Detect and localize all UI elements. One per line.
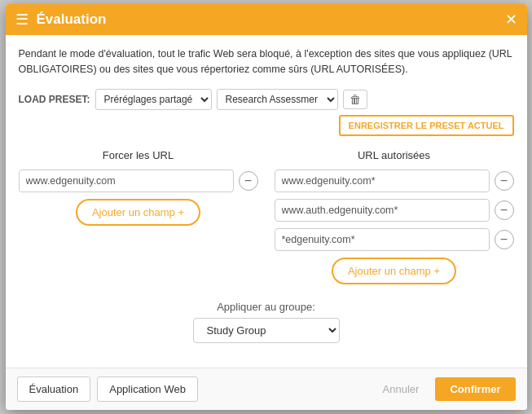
load-preset-label: LOAD PRESET: <box>19 94 90 105</box>
group-section: Appliquer au groupe: Study Group <box>19 301 514 343</box>
preset-select-2[interactable]: Research Assessmer <box>217 89 338 110</box>
description-text: Pendant le mode d'évaluation, tout le tr… <box>19 46 514 77</box>
authorised-url-column: URL autorisées − − − Ajouter un champ + <box>275 149 514 284</box>
modal-footer: Évaluation Application Web Annuler Confi… <box>6 368 527 410</box>
footer-tab-evaluation[interactable]: Évaluation <box>17 377 91 402</box>
forcer-url-field-row-1: − <box>19 170 258 192</box>
menu-icon[interactable]: ☰ <box>15 11 29 29</box>
auth-remove-button-2[interactable]: − <box>495 200 514 220</box>
save-preset-button[interactable]: ENREGISTRER LE PRESET ACTUEL <box>339 115 514 136</box>
load-preset-row: LOAD PRESET: Préréglages partagé Researc… <box>19 89 514 136</box>
group-select[interactable]: Study Group <box>193 318 340 343</box>
auth-url-input-2[interactable] <box>275 199 490 222</box>
modal-header: ☰ Évaluation ✕ <box>6 4 527 35</box>
auth-url-field-row-3: − <box>275 228 514 251</box>
group-label: Appliquer au groupe: <box>19 301 514 313</box>
auth-remove-button-3[interactable]: − <box>495 230 514 249</box>
modal-body: Pendant le mode d'évaluation, tout le tr… <box>6 35 527 368</box>
forcer-url-input-1[interactable] <box>19 170 234 192</box>
auth-add-field-button[interactable]: Ajouter un champ + <box>332 258 456 284</box>
auth-url-field-row-2: − <box>275 199 514 222</box>
url-columns: Forcer les URL − Ajouter un champ + URL … <box>19 149 514 284</box>
preset-select-1[interactable]: Préréglages partagé <box>95 89 212 110</box>
forcer-url-column: Forcer les URL − Ajouter un champ + <box>19 149 258 284</box>
trash-button[interactable]: 🗑 <box>343 90 367 109</box>
cancel-button[interactable]: Annuler <box>373 377 429 401</box>
forcer-remove-button-1[interactable]: − <box>239 171 258 191</box>
forcer-url-title: Forcer les URL <box>19 149 258 161</box>
modal-dialog: ☰ Évaluation ✕ Pendant le mode d'évaluat… <box>6 4 527 410</box>
close-button[interactable]: ✕ <box>505 12 517 27</box>
auth-remove-button-1[interactable]: − <box>495 171 514 191</box>
confirm-button[interactable]: Confirmer <box>435 377 515 401</box>
modal-title: Évaluation <box>37 11 505 28</box>
auth-url-field-row-1: − <box>275 170 514 192</box>
auth-url-input-3[interactable] <box>275 228 490 251</box>
auth-url-input-1[interactable] <box>275 170 490 192</box>
authorised-url-title: URL autorisées <box>275 149 514 161</box>
footer-tab-application-web[interactable]: Application Web <box>97 377 198 402</box>
forcer-add-field-button[interactable]: Ajouter un champ + <box>76 199 200 226</box>
